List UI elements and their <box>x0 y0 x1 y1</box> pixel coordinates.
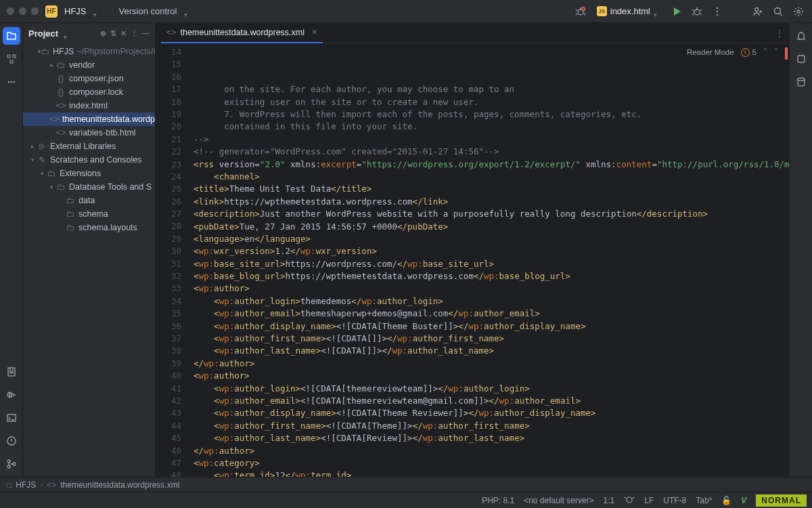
tree-row[interactable]: ▸⊪External Libraries <box>23 140 155 153</box>
file-icon: ⊪ <box>37 142 47 152</box>
tree-row[interactable]: ▾🗀Database Tools and S <box>23 180 155 194</box>
folder-icon: 🗀 <box>46 169 57 178</box>
chevron-down-icon[interactable] <box>64 31 70 35</box>
vcs-menu[interactable]: Version control <box>119 6 177 16</box>
close-window-icon[interactable] <box>7 7 14 15</box>
error-stripe[interactable] <box>785 47 788 60</box>
tree-row[interactable]: <>themeunittestdata.wordp <box>23 112 155 126</box>
status-indent[interactable]: Tab* <box>696 496 712 505</box>
tree-row[interactable]: ▾✎Scratches and Consoles <box>23 153 155 167</box>
run-icon[interactable] <box>670 5 683 18</box>
notifications-icon[interactable] <box>792 27 810 45</box>
editor-content[interactable]: on the site. For each author, you may ch… <box>188 43 789 477</box>
tree-row[interactable]: ▸🗀vendor <box>23 58 155 72</box>
expand-icon[interactable]: ⇅ <box>110 29 116 38</box>
svg-point-12 <box>7 81 9 83</box>
project-sidebar-title[interactable]: Project <box>28 28 58 39</box>
folder-icon: 🗀 <box>65 209 76 219</box>
next-highlight-icon[interactable]: ˅ <box>774 47 778 57</box>
file-icon: {} <box>55 74 66 83</box>
chevron-down-icon[interactable] <box>184 9 191 14</box>
left-tool-rail <box>0 23 23 477</box>
tab-options-icon[interactable]: ⋮ <box>775 28 784 38</box>
more-tool-icon[interactable] <box>3 73 20 91</box>
code-editor[interactable]: 1415161718192021222324252627282930313233… <box>156 43 789 477</box>
status-line-sep[interactable]: LF <box>644 496 654 505</box>
maximize-window-icon[interactable] <box>31 7 39 15</box>
tree-row[interactable]: 🗀schema.layouts <box>23 221 155 234</box>
chevron-down-icon <box>654 9 660 14</box>
folder-icon: 🗀 <box>65 196 76 205</box>
tree-row[interactable]: <>index.html <box>23 99 155 112</box>
vcs-tool-icon[interactable] <box>3 455 20 473</box>
status-caret[interactable]: 1:1 <box>604 496 615 505</box>
tree-row[interactable]: {}composer.json <box>23 72 155 85</box>
reader-mode-label[interactable]: Reader Mode <box>687 48 734 56</box>
services-tool-icon[interactable] <box>3 386 20 404</box>
status-php[interactable]: PHP: 8.1 <box>482 496 514 505</box>
svg-point-21 <box>13 463 16 465</box>
collapse-icon[interactable]: ✕ <box>120 29 127 38</box>
svg-point-6 <box>755 7 759 11</box>
warning-count-value: 5 <box>752 48 757 56</box>
status-server[interactable]: <no default server> <box>524 496 593 505</box>
ai-assistant-icon[interactable] <box>792 50 810 68</box>
hide-icon[interactable]: — <box>142 29 150 38</box>
more-icon[interactable] <box>710 5 724 18</box>
file-icon: <> <box>55 128 66 137</box>
chevron-down-icon[interactable] <box>93 9 100 14</box>
locate-icon[interactable]: ⊕ <box>100 29 106 38</box>
close-tab-icon[interactable]: ✕ <box>311 28 317 37</box>
project-name[interactable]: HFJS <box>64 6 87 16</box>
editor-tab-label: themeunittestdata.wordpress.xml <box>181 28 304 37</box>
svg-point-3 <box>717 7 718 8</box>
ideavim-icon[interactable]: V <box>741 496 746 505</box>
svg-point-14 <box>13 81 15 83</box>
right-tool-rail <box>789 23 812 477</box>
tree-row[interactable]: ▾🗀Extensions <box>23 167 155 180</box>
status-encoding[interactable]: UTF-8 <box>663 496 686 505</box>
more-icon[interactable]: ⋮ <box>131 29 138 38</box>
file-icon: <> <box>50 114 60 124</box>
problems-tool-icon[interactable] <box>3 432 20 450</box>
debug-icon[interactable] <box>690 5 704 18</box>
file-icon: <> <box>55 101 66 110</box>
code-with-me-icon[interactable] <box>751 5 765 18</box>
project-badge: HF <box>45 5 58 18</box>
settings-icon[interactable] <box>792 5 805 18</box>
svg-point-13 <box>10 81 12 83</box>
breadcrumb-file[interactable]: themeunittestdata.wordpress.xml <box>60 480 179 490</box>
warning-count[interactable]: ! 5 <box>741 48 757 57</box>
prev-highlight-icon[interactable]: ˄ <box>763 47 767 57</box>
database-tool-icon[interactable] <box>792 73 810 91</box>
js-file-icon: JS <box>597 6 607 16</box>
project-tool-icon[interactable] <box>3 27 20 45</box>
minimize-window-icon[interactable] <box>19 7 26 15</box>
svg-point-20 <box>7 465 10 468</box>
project-tree[interactable]: ▾🗀HFJS~/PhpstormProjects/H▸🗀vendor{}comp… <box>23 43 155 477</box>
navigation-bar[interactable]: □ HFJS › <> themeunittestdata.wordpress.… <box>0 477 812 492</box>
folder-icon: 🗀 <box>41 47 50 56</box>
editor-gutter[interactable]: 1415161718192021222324252627282930313233… <box>156 43 188 477</box>
tree-row[interactable]: <>variables-btb.html <box>23 126 155 140</box>
debug-listen-icon[interactable] <box>624 494 635 507</box>
terminal-tool-icon[interactable] <box>3 409 20 427</box>
svg-point-5 <box>717 14 718 15</box>
readonly-icon[interactable]: 🔓 <box>721 496 731 505</box>
structure-tool-icon[interactable] <box>3 50 20 68</box>
run-config[interactable]: JS index.html <box>594 6 663 16</box>
folder-icon: 🗀 <box>55 60 66 70</box>
status-bar: PHP: 8.1 <no default server> 1:1 LF UTF-… <box>0 492 812 508</box>
editor-tab-active[interactable]: <> themeunittestdata.wordpress.xml ✕ <box>161 23 323 43</box>
folder-icon: 🗀 <box>55 182 66 192</box>
tree-row[interactable]: {}composer.lock <box>23 85 155 99</box>
bookmarks-tool-icon[interactable] <box>3 363 20 381</box>
breadcrumb-project[interactable]: HFJS <box>16 480 36 490</box>
tree-row[interactable]: 🗀schema <box>23 207 155 221</box>
tree-row[interactable]: 🗀data <box>23 194 155 207</box>
tree-row[interactable]: ▾🗀HFJS~/PhpstormProjects/H <box>23 45 155 58</box>
editor-area: <> themeunittestdata.wordpress.xml ✕ ⋮ R… <box>156 23 789 477</box>
bug-badge-icon[interactable] <box>574 5 587 18</box>
search-icon[interactable] <box>771 5 785 18</box>
editor-inspection-widget[interactable]: Reader Mode ! 5 ˄ ˅ <box>684 46 781 58</box>
